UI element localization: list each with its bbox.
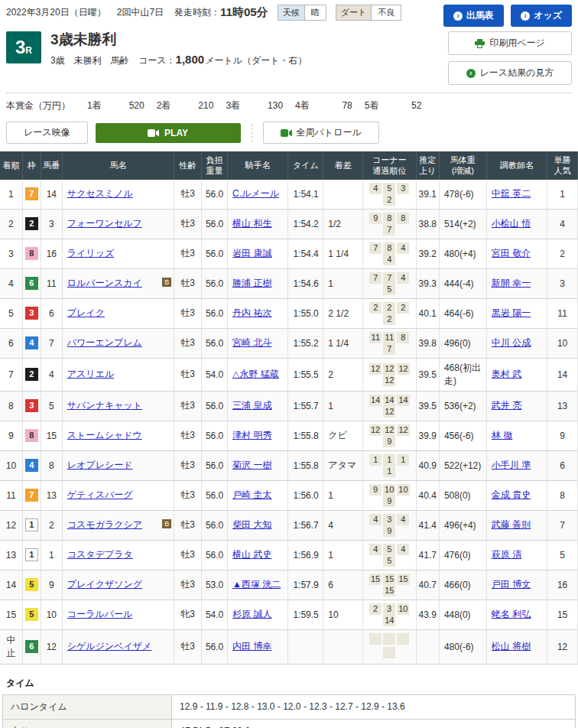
race-video-button[interactable]: レース映像 xyxy=(6,122,88,144)
horse-link[interactable]: サバンナキャット xyxy=(67,400,142,411)
corner-box: 12 xyxy=(369,363,382,375)
result-row: 835サバンナキャット牡356.0三浦 皇成1:55.711414141239.… xyxy=(0,392,578,421)
guide-button[interactable]: › レース結果の見方 xyxy=(448,61,572,85)
horse-link[interactable]: コーラルパール xyxy=(67,609,132,619)
trainer-link[interactable]: 蛯名 利弘 xyxy=(492,609,531,619)
prize-amount: 210 xyxy=(189,100,213,111)
finish-time xyxy=(288,630,323,665)
finish-time: 1:56.9 xyxy=(288,541,323,570)
win-favorite: 7 xyxy=(547,511,578,541)
jockey-link[interactable]: △永野 猛蔵 xyxy=(232,369,279,379)
weather-label: 天候 xyxy=(278,5,305,20)
trainer-link[interactable]: 中川 公成 xyxy=(492,337,531,348)
jockey-link[interactable]: 杉原 誠人 xyxy=(232,609,271,619)
jockey-link[interactable]: 横山 和生 xyxy=(232,218,271,229)
margin: 2 xyxy=(323,359,363,392)
entry-table-button[interactable]: › 出馬表 xyxy=(443,5,504,27)
horse-link[interactable]: レオプレシード xyxy=(67,460,133,470)
jockey-link[interactable]: 横山 武史 xyxy=(232,549,271,560)
start-time-label: 発走時刻： xyxy=(174,6,220,19)
jockey-link[interactable]: 勝浦 正樹 xyxy=(232,278,271,288)
odds-button[interactable]: › オッズ xyxy=(511,5,572,27)
track-value: 不良 xyxy=(372,5,401,20)
win-favorite: 9 xyxy=(547,421,578,451)
frame-cell: 5 xyxy=(23,570,41,600)
jockey-link[interactable]: 内田 博幸 xyxy=(232,641,271,652)
horse-link[interactable]: ストームシャドウ xyxy=(67,430,142,440)
corner-box xyxy=(397,633,409,645)
race-video-label: レース映像 xyxy=(24,126,70,139)
horse-link[interactable]: ロルバーンスカイ xyxy=(67,278,142,288)
horse-weight: 522(+12) xyxy=(440,451,487,481)
last-3f: 41.7 xyxy=(417,541,440,570)
trainer-link[interactable]: 萩原 清 xyxy=(492,549,521,560)
jockey-link[interactable]: 菊沢 一樹 xyxy=(232,460,271,470)
trainer-link[interactable]: 奥村 武 xyxy=(492,369,521,379)
horse-link[interactable]: アスリエル xyxy=(67,369,114,379)
trainer-cell: 中舘 英二 xyxy=(487,180,547,210)
prize-place: 3着 xyxy=(226,100,240,111)
trainer-link[interactable]: 武井 亮 xyxy=(492,400,521,411)
last-3f: 40.7 xyxy=(417,570,440,600)
trainer-link[interactable]: 宮田 敬介 xyxy=(492,248,531,258)
jockey-link[interactable]: 柴田 大知 xyxy=(232,519,271,530)
corner-box: 4 xyxy=(397,242,409,254)
finish-position: 1 xyxy=(0,180,23,210)
trainer-link[interactable]: 林 徹 xyxy=(492,430,512,440)
trainer-link[interactable]: 松山 将樹 xyxy=(492,641,531,652)
video-camera-icon xyxy=(148,129,159,137)
jockey-link[interactable]: 丹内 祐次 xyxy=(232,307,271,318)
jockey-link[interactable]: C.ルメール xyxy=(232,188,279,199)
corner-box: 9 xyxy=(369,213,382,224)
trainer-cell: 蛯名 利弘 xyxy=(487,600,547,630)
play-button[interactable]: PLAY xyxy=(96,123,241,143)
patrol-video-button[interactable]: 全周パトロール xyxy=(263,122,379,144)
trainer-link[interactable]: 新開 幸一 xyxy=(492,278,531,288)
corner-positions: 4532 xyxy=(363,180,416,210)
horse-number: 6 xyxy=(41,299,63,329)
horse-link[interactable]: コスタデプラタ xyxy=(67,549,133,560)
trainer-link[interactable]: 中舘 英二 xyxy=(492,188,531,199)
time-row: ハロンタイム12.9 - 11.9 - 12.8 - 13.0 - 12.0 -… xyxy=(3,694,576,719)
jockey-link[interactable]: ▲西塚 洸二 xyxy=(232,579,281,590)
margin: 10 xyxy=(323,600,363,630)
trainer-link[interactable]: 黒岩 陽一 xyxy=(492,307,531,318)
win-favorite: 12 xyxy=(547,630,578,665)
win-favorite: 6 xyxy=(547,451,578,481)
horse-link[interactable]: コスモガラクシア xyxy=(67,519,142,530)
jockey-link[interactable]: 岩田 康誠 xyxy=(232,248,271,258)
print-button[interactable]: 印刷用ページ xyxy=(448,31,572,55)
corner-box: 8 xyxy=(397,213,409,224)
trainer-link[interactable]: 武藤 善則 xyxy=(492,519,531,530)
weather-value: 晴 xyxy=(305,5,326,20)
horse-link[interactable]: フォーワンセルフ xyxy=(67,218,142,229)
trainer-link[interactable]: 金成 貴史 xyxy=(492,489,531,500)
horse-link[interactable]: シゲルジンベイザメ xyxy=(67,641,152,652)
result-row: 1311コスタデプラタ牡356.0横山 武史1:56.91454541.7476… xyxy=(0,541,578,570)
horse-link[interactable]: ブレイク xyxy=(67,307,105,318)
finish-position: 10 xyxy=(0,451,23,481)
jockey-link[interactable]: 宮崎 北斗 xyxy=(232,337,271,348)
corner-box: 12 xyxy=(397,424,409,436)
jockey-link[interactable]: 津村 明秀 xyxy=(232,430,271,440)
horse-link[interactable]: パワーエンブレム xyxy=(67,337,142,348)
corner-box: 2 xyxy=(383,194,395,206)
corner-box: 15 xyxy=(383,585,395,596)
trainer-link[interactable]: 小桧山 悟 xyxy=(492,218,531,229)
jockey-link[interactable]: 戸崎 圭太 xyxy=(232,489,271,500)
last-3f: 40.9 xyxy=(417,451,440,481)
trainer-link[interactable]: 小手川 準 xyxy=(492,460,531,470)
horse-link[interactable]: ゲティスバーグ xyxy=(67,489,133,500)
carried-weight: 53.0 xyxy=(202,570,228,600)
odds-label: オッズ xyxy=(534,9,562,22)
trainer-link[interactable]: 戸田 博文 xyxy=(492,579,531,590)
jockey-link[interactable]: 三浦 皇成 xyxy=(232,400,271,411)
prize-place: 5着 xyxy=(365,100,379,111)
horse-link[interactable]: ブレイクザソング xyxy=(67,579,142,590)
corner-box: 9 xyxy=(383,496,395,507)
corner-positions: 7745 xyxy=(363,269,416,299)
horse-link[interactable]: サクセスミノル xyxy=(67,188,133,199)
corner-positions: 1111 xyxy=(363,451,416,481)
horse-link[interactable]: ライリッズ xyxy=(67,248,114,258)
time-table: ハロンタイム12.9 - 11.9 - 12.8 - 13.0 - 12.0 -… xyxy=(2,694,576,728)
